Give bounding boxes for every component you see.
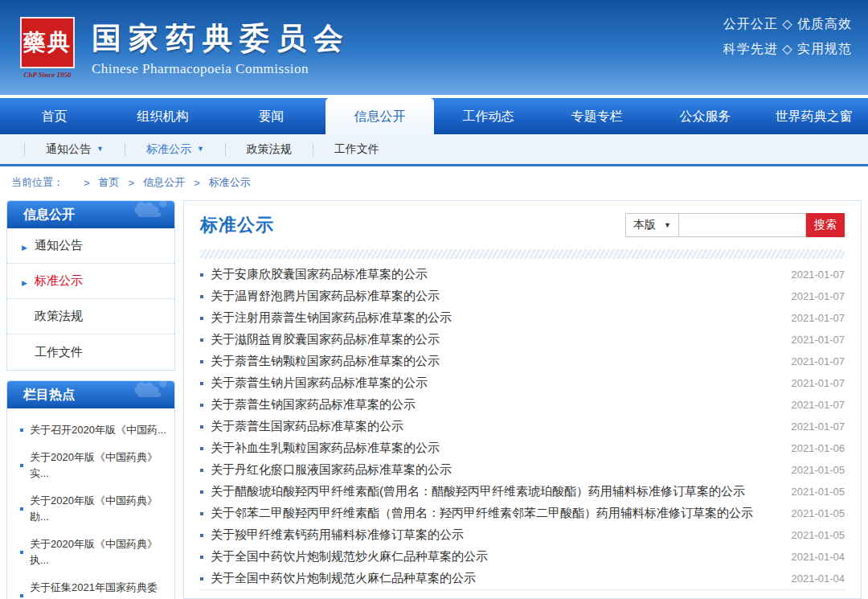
- nav-item[interactable]: 专题专栏: [542, 98, 651, 134]
- search-button[interactable]: 搜索: [806, 213, 845, 237]
- announcement-link[interactable]: 关于萘普生钠颗粒国家药品标准草案的公示: [211, 354, 440, 369]
- nav-item[interactable]: 要闻: [217, 98, 326, 134]
- announcement-row: 关于全国中药饮片炮制规范火麻仁品种草案的公示 2021-01-04: [200, 568, 845, 589]
- breadcrumb-item: > 信息公开: [120, 175, 186, 190]
- breadcrumb-link[interactable]: 标准公示: [209, 175, 251, 190]
- seal-tagline: ChP Since 1950: [16, 71, 79, 79]
- bullet-icon: [200, 382, 203, 385]
- subnav-item-label: 工作文件: [334, 142, 379, 157]
- hot-topic-item[interactable]: 关于2020年版《中国药典》勘...: [20, 487, 166, 531]
- sidebar-menu-item[interactable]: ▶ 通知公告: [7, 228, 174, 264]
- nav-item[interactable]: 首页: [0, 98, 108, 134]
- announcement-row: 关于羧甲纤维素钙药用辅料标准修订草案的公示 2021-01-05: [200, 524, 845, 546]
- breadcrumb-link[interactable]: 信息公开: [143, 175, 185, 190]
- bullet-icon: [200, 273, 203, 277]
- sub-nav: 通知公告 ▼ 标准公示 ▼ 政策法规 工作文件: [0, 134, 868, 166]
- announcement-date: 2021-01-06: [782, 442, 845, 454]
- announcement-link[interactable]: 关于全国中药饮片炮制规范火麻仁品种草案的公示: [211, 571, 476, 586]
- bullet-icon: [200, 534, 203, 537]
- page-title: 标准公示: [200, 213, 274, 237]
- announcement-link[interactable]: 关于注射用萘普生钠国家药品标准草案的公示: [211, 310, 452, 326]
- subnav-item[interactable]: 政策法规: [225, 143, 313, 156]
- sidebar-section-hot: 栏目热点 关于召开2020年版《中国药... 关于2020年版《中国药典》实..…: [6, 380, 175, 599]
- sidebar-section-info: 信息公开 ▶ 通知公告 ▶ 标准公示: [6, 200, 175, 371]
- announcement-date: 2021-01-07: [782, 290, 845, 302]
- search-input[interactable]: [679, 213, 806, 237]
- chevron-down-icon: ▼: [197, 146, 204, 153]
- main-nav: 首页 组织机构 要闻 信息公开 工作动态 专题专栏 公众服务 世界药典之窗: [0, 98, 868, 134]
- announcement-date: 2021-01-07: [782, 312, 845, 324]
- chevron-down-icon: ▼: [96, 146, 104, 153]
- announcement-link[interactable]: 关于安康欣胶囊国家药品标准草案的公示: [211, 267, 428, 282]
- bullet-icon: [200, 360, 203, 363]
- arrow-right-icon: ▶: [22, 279, 27, 287]
- announcement-date: 2021-01-07: [782, 355, 845, 367]
- announcement-row: 关于滋阴益胃胶囊国家药品标准草案的公示 2021-01-07: [200, 329, 845, 351]
- subnav-item-label: 标准公示: [146, 142, 191, 157]
- announcement-link[interactable]: 关于萘普生钠片国家药品标准草案的公示: [211, 375, 428, 391]
- announcement-row: 关于丹红化瘀口服液国家药品标准草案的公示 2021-01-05: [200, 459, 845, 481]
- bullet-icon: [200, 556, 203, 559]
- announcement-link[interactable]: 关于温胃舒泡腾片国家药品标准草案的公示: [211, 289, 440, 304]
- announcement-link[interactable]: 关于羧甲纤维素钙药用辅料标准修订草案的公示: [211, 527, 464, 543]
- announcement-list: 关于安康欣胶囊国家药品标准草案的公示 2021-01-07 关于温胃舒泡腾片国家…: [200, 264, 845, 590]
- main-panel: 标准公示 本版 ▼ 搜索 关于安康欣胶囊国家药品标准草案的公示 2021-01-…: [183, 200, 862, 599]
- breadcrumb-separator: >: [194, 177, 200, 189]
- search-box: 本版 ▼ 搜索: [625, 213, 845, 237]
- subnav-item-label: 政策法规: [247, 142, 292, 157]
- bullet-icon: [200, 404, 203, 407]
- announcement-date: 2021-01-05: [782, 464, 845, 476]
- sidebar-menu-item[interactable]: ▶ 标准公示: [7, 264, 174, 299]
- announcement-row: 关于醋酸琥珀酸羟丙甲纤维素酯(曾用名：醋酸羟丙甲纤维素琥珀酸酯）药用辅料标准修订…: [200, 481, 845, 503]
- sidebar-menu-item[interactable]: 政策法规: [7, 299, 174, 334]
- header-slogans: 公开公正 ◇ 优质高效 科学先进 ◇ 实用规范: [723, 11, 852, 61]
- hot-topic-item[interactable]: 关于2020年版《中国药典》执...: [20, 531, 166, 574]
- announcement-row: 关于萘普生钠片国家药品标准草案的公示 2021-01-07: [200, 372, 845, 394]
- sidebar-section-hot-title: 栏目热点: [23, 388, 75, 401]
- announcement-date: 2021-01-07: [782, 269, 845, 281]
- nav-item[interactable]: 工作动态: [434, 98, 542, 134]
- search-scope-select[interactable]: 本版 ▼: [625, 213, 679, 237]
- announcement-link[interactable]: 关于全国中药饮片炮制规范炒火麻仁品种草案的公示: [211, 549, 488, 564]
- announcement-date: 2021-01-04: [782, 572, 845, 585]
- announcement-row: 关于邻苯二甲酸羟丙甲纤维素酯（曾用名：羟丙甲纤维素邻苯二甲酸酯）药用辅料标准修订…: [200, 503, 845, 524]
- bullet-icon: [200, 447, 203, 450]
- announcement-link[interactable]: 关于醋酸琥珀酸羟丙甲纤维素酯(曾用名：醋酸羟丙甲纤维素琥珀酸酯）药用辅料标准修订…: [211, 484, 745, 499]
- content-area: 信息公开 ▶ 通知公告 ▶ 标准公示: [0, 199, 868, 599]
- subnav-item[interactable]: 通知公告 ▼: [24, 143, 125, 156]
- nav-item[interactable]: 组织机构: [108, 98, 217, 134]
- site-logo[interactable]: 藥典 ChP Since 1950: [16, 17, 79, 79]
- breadcrumb-separator: >: [84, 177, 90, 189]
- nav-item[interactable]: 公众服务: [651, 98, 760, 134]
- hot-topic-item[interactable]: 关于征集2021年国家药典委员...: [20, 574, 166, 599]
- cloud-decoration-icon: [133, 201, 170, 228]
- announcement-link[interactable]: 关于邻苯二甲酸羟丙甲纤维素酯（曾用名：羟丙甲纤维素邻苯二甲酸酯）药用辅料标准修订…: [211, 506, 753, 521]
- cloud-decoration-icon: [133, 381, 170, 408]
- panel-head: 标准公示 本版 ▼ 搜索: [200, 201, 845, 249]
- announcement-row: 关于温胃舒泡腾片国家药品标准草案的公示 2021-01-07: [200, 285, 845, 307]
- subnav-item[interactable]: 工作文件: [313, 143, 400, 156]
- site-title: 国家药典委员会: [92, 18, 350, 59]
- nav-item[interactable]: 世界药典之窗: [760, 98, 868, 134]
- bullet-icon: [200, 295, 203, 298]
- announcement-link[interactable]: 关于萘普生钠国家药品标准草案的公示: [211, 397, 416, 412]
- subnav-item[interactable]: 标准公示 ▼: [125, 143, 225, 156]
- announcement-link[interactable]: 关于萘普生国家药品标准草案的公示: [211, 419, 403, 434]
- announcement-link[interactable]: 关于补血生乳颗粒国家药品标准草案的公示: [211, 441, 440, 456]
- sidebar-menu-item-label: 标准公示: [35, 273, 83, 289]
- announcement-row: 关于安康欣胶囊国家药品标准草案的公示 2021-01-07: [200, 264, 845, 285]
- announcement-date: 2021-01-05: [782, 486, 845, 498]
- breadcrumb-prefix: 当前位置：: [11, 175, 63, 190]
- announcement-link[interactable]: 关于丹红化瘀口服液国家药品标准草案的公示: [211, 462, 452, 478]
- bullet-icon: [200, 317, 203, 320]
- bullet-icon: [200, 512, 203, 515]
- sidebar-menu-item[interactable]: 工作文件: [7, 334, 174, 370]
- hot-topic-item[interactable]: 关于召开2020年版《中国药...: [20, 416, 166, 444]
- announcement-link[interactable]: 关于滋阴益胃胶囊国家药品标准草案的公示: [211, 332, 440, 347]
- announcement-row: 关于补血生乳颗粒国家药品标准草案的公示 2021-01-06: [200, 437, 845, 459]
- announcement-row: 关于萘普生国家药品标准草案的公示 2021-01-07: [200, 416, 845, 437]
- announcement-date: 2021-01-05: [782, 529, 845, 541]
- breadcrumb-link[interactable]: 首页: [99, 175, 120, 190]
- hot-topic-item[interactable]: 关于2020年版《中国药典》实...: [20, 444, 166, 487]
- nav-item[interactable]: 信息公开: [326, 98, 434, 134]
